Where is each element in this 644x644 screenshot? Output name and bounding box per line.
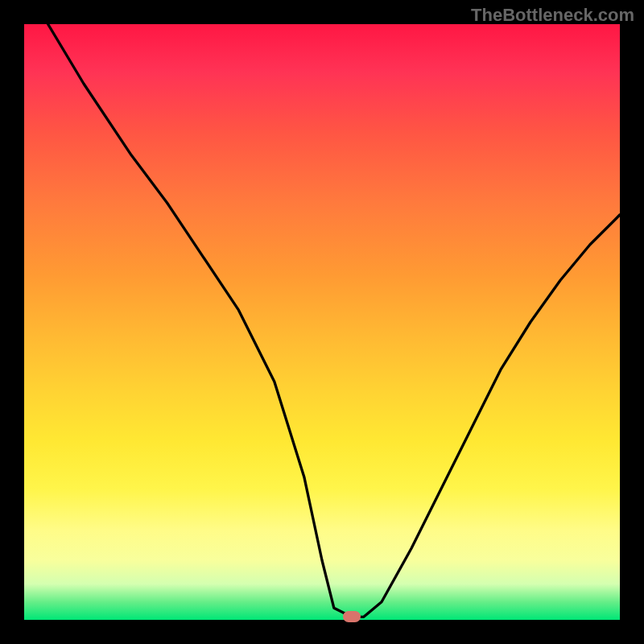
chart-plot-area [24,24,620,620]
bottleneck-curve [24,24,620,620]
watermark-label: TheBottleneck.com [471,5,634,26]
optimal-point-marker [343,611,361,622]
